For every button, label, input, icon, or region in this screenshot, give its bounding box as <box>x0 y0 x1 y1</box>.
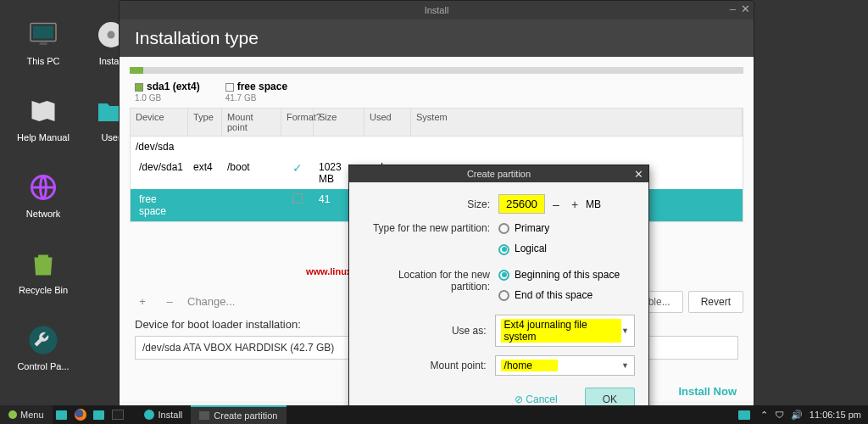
radio-end[interactable]: End of this space <box>498 289 593 301</box>
table-header: DeviceType Mount pointFormat? SizeUsed S… <box>131 109 743 137</box>
radio-logical[interactable]: Logical <box>498 243 547 254</box>
taskbar: Menu Install Create partition ⌃ 🛡 🔊 11:0… <box>0 405 868 424</box>
chevron-down-icon: ▼ <box>621 361 629 370</box>
svg-point-4 <box>108 31 115 39</box>
tray-files-icon[interactable] <box>735 405 754 424</box>
tray-shield-icon[interactable]: 🛡 <box>775 410 784 420</box>
close-button[interactable]: ✕ <box>741 3 750 16</box>
trash-icon <box>28 248 58 279</box>
desktop-label: Recycle Bin <box>19 285 68 295</box>
svg-rect-2 <box>40 42 47 45</box>
page-heading: Installation type <box>120 20 754 57</box>
add-partition-button[interactable]: + <box>133 295 152 308</box>
window-titlebar[interactable]: Install – ✕ <box>120 1 754 20</box>
desktop-control[interactable]: Control Pa... <box>14 322 73 371</box>
size-label: Size: <box>363 198 498 210</box>
minimize-button[interactable]: – <box>730 3 736 16</box>
taskbar-item-install[interactable]: Install <box>136 405 192 424</box>
install-now-button[interactable]: Install Now <box>678 385 737 398</box>
desktop-this-pc[interactable]: This PC <box>14 17 73 66</box>
checkbox[interactable] <box>292 193 303 204</box>
mount-point-select[interactable]: /home▼ <box>495 355 635 376</box>
dialog-titlebar[interactable]: Create partition ✕ <box>349 165 648 182</box>
size-increment[interactable]: + <box>567 198 582 211</box>
wrench-icon <box>28 325 58 355</box>
remove-partition-button[interactable]: – <box>160 295 179 308</box>
partition-legend: sda1 (ext4)1.0 GB free space41.7 GB <box>126 81 747 103</box>
desktop-label: This PC <box>26 56 59 66</box>
use-as-label: Use as: <box>363 325 495 337</box>
desktop-recycle[interactable]: Recycle Bin <box>14 246 73 295</box>
files-launcher[interactable] <box>90 405 108 424</box>
globe-icon <box>28 172 58 203</box>
mount-label: Mount point: <box>363 360 495 371</box>
start-menu-button[interactable]: Menu <box>0 405 53 424</box>
clock[interactable]: 11:06:15 pm <box>810 410 861 420</box>
tray-caret-icon[interactable]: ⌃ <box>760 410 768 421</box>
firefox-icon <box>75 409 86 421</box>
type-label: Type for the new partition: <box>363 222 498 234</box>
window-title: Install <box>425 5 449 15</box>
desktop-label: Network <box>26 209 60 219</box>
map-icon <box>28 96 58 126</box>
disk-usage-bar <box>130 67 743 74</box>
location-label: Location for the new partition: <box>363 269 498 293</box>
terminal-launcher[interactable] <box>108 405 127 424</box>
firefox-launcher[interactable] <box>71 405 90 424</box>
desktop-label: Control Pa... <box>17 361 69 371</box>
change-partition-button[interactable]: Change... <box>187 295 235 308</box>
size-decrement[interactable]: – <box>548 198 564 211</box>
create-partition-dialog: Create partition ✕ Size: – + MB Type for… <box>348 165 649 424</box>
monitor-icon <box>28 20 58 50</box>
use-as-select[interactable]: Ext4 journaling file system▼ <box>495 315 635 347</box>
chevron-down-icon: ▼ <box>621 326 629 335</box>
check-icon: ✓ <box>292 161 303 175</box>
size-unit: MB <box>586 198 601 210</box>
table-row[interactable]: /dev/sda <box>131 137 743 157</box>
radio-primary[interactable]: Primary <box>498 222 549 234</box>
desktop-label: Help Manual <box>17 132 70 142</box>
folder-icon <box>93 410 104 420</box>
dialog-title: Create partition <box>467 169 531 179</box>
svg-rect-1 <box>33 26 53 39</box>
radio-beginning[interactable]: Beginning of this space <box>498 269 620 281</box>
desktop-help[interactable]: Help Manual <box>14 93 73 142</box>
tray-volume-icon[interactable]: 🔊 <box>791 410 803 421</box>
revert-button[interactable]: Revert <box>688 291 743 313</box>
size-input[interactable] <box>498 194 545 214</box>
show-desktop-button[interactable] <box>53 405 71 424</box>
terminal-icon <box>112 410 124 420</box>
desktop-network[interactable]: Network <box>14 170 73 219</box>
taskbar-item-create-partition[interactable]: Create partition <box>191 405 286 424</box>
dialog-close-button[interactable]: ✕ <box>634 168 643 181</box>
